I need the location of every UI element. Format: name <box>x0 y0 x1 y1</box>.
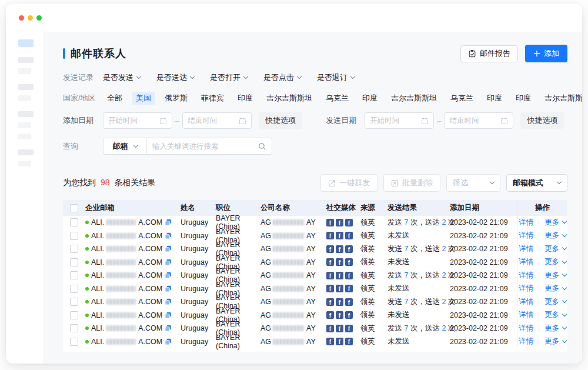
bulk-send-button[interactable]: 一键群发 <box>320 174 377 192</box>
facebook-icon[interactable]: f <box>345 298 353 306</box>
facebook-icon[interactable]: f <box>326 325 334 332</box>
more-link[interactable]: 更多 <box>544 218 566 228</box>
send-date-start-field[interactable] <box>370 116 421 125</box>
traffic-light-minimize-button[interactable] <box>28 15 33 21</box>
add-date-quick-options-button[interactable]: 快捷选项 <box>259 112 302 129</box>
facebook-icon[interactable]: f <box>326 258 334 266</box>
country-tag[interactable]: 俄罗斯 <box>161 92 192 105</box>
send-date-end-input[interactable] <box>444 112 513 129</box>
more-link[interactable]: 更多 <box>544 257 566 267</box>
facebook-icon[interactable]: f <box>336 245 343 253</box>
send-date-quick-options-button[interactable]: 快捷选项 <box>520 112 564 129</box>
detail-link[interactable]: 详情 <box>519 324 533 334</box>
row-checkbox[interactable] <box>70 258 78 266</box>
row-checkbox[interactable] <box>70 218 78 226</box>
sidebar-nav-item[interactable] <box>18 149 34 155</box>
more-link[interactable]: 更多 <box>544 324 566 334</box>
more-link[interactable]: 更多 <box>544 336 566 346</box>
detail-link[interactable]: 详情 <box>519 336 533 346</box>
facebook-icon[interactable]: f <box>345 219 353 226</box>
facebook-icon[interactable]: f <box>345 272 353 279</box>
add-date-start-field[interactable] <box>108 116 159 125</box>
facebook-icon[interactable]: f <box>326 219 334 226</box>
facebook-icon[interactable]: f <box>326 311 334 319</box>
detail-link[interactable]: 详情 <box>519 257 533 267</box>
facebook-icon[interactable]: f <box>336 272 343 279</box>
copy-icon[interactable] <box>165 219 172 226</box>
facebook-icon[interactable]: f <box>345 285 353 292</box>
add-button[interactable]: 添加 <box>525 45 567 62</box>
more-link[interactable]: 更多 <box>544 297 566 307</box>
copy-icon[interactable] <box>165 285 172 292</box>
filter-dropdown[interactable]: 是否送达 <box>156 72 194 83</box>
row-checkbox[interactable] <box>70 298 78 306</box>
row-checkbox[interactable] <box>70 285 78 293</box>
add-date-start-input[interactable] <box>103 112 172 129</box>
filter-dropdown[interactable]: 是否退订 <box>317 72 355 83</box>
detail-link[interactable]: 详情 <box>519 284 533 294</box>
detail-link[interactable]: 详情 <box>519 297 533 307</box>
detail-link[interactable]: 详情 <box>519 218 533 228</box>
facebook-icon[interactable]: f <box>326 285 334 292</box>
row-checkbox[interactable] <box>70 338 78 346</box>
country-tag[interactable]: 乌克兰 <box>322 92 353 105</box>
facebook-icon[interactable]: f <box>345 232 353 239</box>
mailbox-mode-select[interactable]: 邮箱模式 <box>506 174 567 192</box>
more-link[interactable]: 更多 <box>544 271 566 281</box>
facebook-icon[interactable]: f <box>336 338 343 345</box>
country-tag[interactable]: 乌克兰 <box>446 92 477 105</box>
add-date-end-field[interactable] <box>188 116 239 125</box>
copy-icon[interactable] <box>165 232 172 239</box>
facebook-icon[interactable]: f <box>336 258 343 266</box>
facebook-icon[interactable]: f <box>326 232 334 239</box>
facebook-icon[interactable]: f <box>326 245 334 253</box>
more-link[interactable]: 更多 <box>544 244 566 254</box>
country-tag[interactable]: 吉尔吉斯斯坦 <box>262 92 316 105</box>
country-tag[interactable]: 菲律宾 <box>197 92 228 105</box>
facebook-icon[interactable]: f <box>326 298 334 306</box>
filter-dropdown[interactable]: 是否点击 <box>263 72 301 83</box>
sidebar-nav-item[interactable] <box>18 84 34 90</box>
add-date-end-input[interactable] <box>182 112 252 129</box>
filter-dropdown[interactable]: 是否打开 <box>210 72 248 83</box>
facebook-icon[interactable]: f <box>345 245 353 253</box>
facebook-icon[interactable]: f <box>326 338 334 345</box>
sidebar-nav-item[interactable] <box>18 161 31 166</box>
more-link[interactable]: 更多 <box>544 231 566 241</box>
facebook-icon[interactable]: f <box>336 325 343 332</box>
bulk-delete-button[interactable]: 批量删除 <box>383 174 440 192</box>
copy-icon[interactable] <box>165 259 172 266</box>
sidebar-nav-item-active[interactable] <box>18 39 34 47</box>
facebook-icon[interactable]: f <box>345 258 353 266</box>
copy-icon[interactable] <box>165 245 172 252</box>
facebook-icon[interactable]: f <box>336 232 343 239</box>
copy-icon[interactable] <box>165 325 172 332</box>
send-date-end-field[interactable] <box>449 116 500 125</box>
sidebar-nav-item[interactable] <box>18 134 31 139</box>
facebook-icon[interactable]: f <box>336 311 343 319</box>
facebook-icon[interactable]: f <box>345 311 353 319</box>
sidebar-nav-item[interactable] <box>18 95 31 101</box>
select-all-checkbox[interactable] <box>70 204 78 212</box>
copy-icon[interactable] <box>165 298 172 305</box>
filter-dropdown[interactable]: 是否发送 <box>103 72 141 83</box>
row-checkbox[interactable] <box>70 232 78 240</box>
facebook-icon[interactable]: f <box>336 298 343 306</box>
facebook-icon[interactable]: f <box>336 219 343 226</box>
keyword-search-input[interactable] <box>152 142 258 151</box>
facebook-icon[interactable]: f <box>326 272 334 279</box>
filter-select[interactable]: 筛选 <box>446 174 500 192</box>
country-tag-selected[interactable]: 美国 <box>132 92 155 105</box>
row-checkbox[interactable] <box>70 271 78 279</box>
sidebar-nav-item[interactable] <box>18 57 34 63</box>
more-link[interactable]: 更多 <box>544 284 566 294</box>
detail-link[interactable]: 详情 <box>519 231 533 241</box>
copy-icon[interactable] <box>165 312 172 319</box>
detail-link[interactable]: 详情 <box>519 244 533 254</box>
facebook-icon[interactable]: f <box>345 338 353 345</box>
country-tag[interactable]: 吉尔吉斯斯坦 <box>387 92 441 105</box>
sidebar-nav-item[interactable] <box>18 68 31 74</box>
row-checkbox[interactable] <box>70 324 78 332</box>
copy-icon[interactable] <box>165 338 172 345</box>
send-date-start-input[interactable] <box>365 112 434 129</box>
